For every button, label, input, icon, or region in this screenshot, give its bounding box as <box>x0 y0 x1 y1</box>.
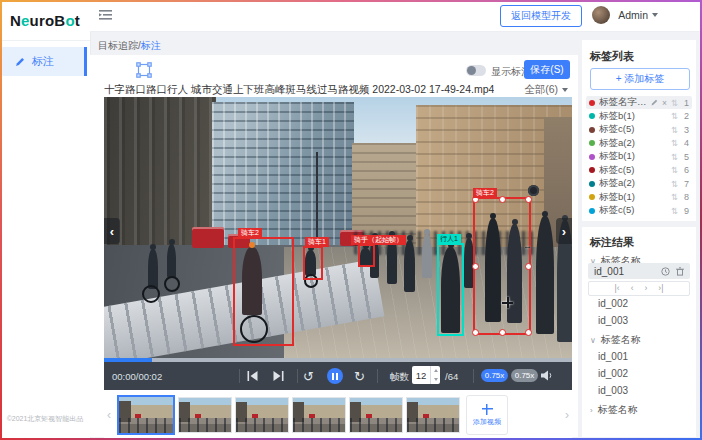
video-thumbnail[interactable] <box>292 397 346 433</box>
bbox-rider-2-selected[interactable] <box>473 197 531 335</box>
result-item[interactable]: id_002 <box>598 368 628 379</box>
tag-color-dot <box>589 208 595 214</box>
delete-icon[interactable]: × <box>662 98 667 108</box>
tag-row[interactable]: 标签b(1) ⇅ 5 <box>586 150 692 163</box>
tag-row[interactable]: 标签a(2) ⇅ 4 <box>586 137 692 150</box>
bbox-pedestrian-1[interactable] <box>437 243 464 336</box>
sort-icon[interactable]: ⇅ <box>671 192 678 202</box>
frame-number-input[interactable]: 12 <box>412 366 440 384</box>
resize-handle[interactable] <box>499 329 506 336</box>
sort-icon[interactable]: ⇅ <box>671 165 678 175</box>
scene-person <box>148 249 158 289</box>
sort-icon[interactable]: ⇅ <box>671 111 678 121</box>
bbox-rider-2[interactable] <box>233 237 294 346</box>
bbox-rider-startframe[interactable] <box>358 244 375 267</box>
result-item[interactable]: id_003 <box>598 385 628 396</box>
add-tag-button[interactable]: + 添加标签 <box>590 68 690 90</box>
filmstrip-next-icon[interactable]: › <box>562 408 572 422</box>
video-thumbnail[interactable] <box>178 397 232 433</box>
result-item[interactable]: id_001 <box>598 351 628 362</box>
last-frame-icon[interactable]: ›| <box>658 284 663 293</box>
video-title: 十字路口路口行人 城市交通上下班高峰斑马线过马路视频 2022-03-02 17… <box>104 83 494 97</box>
tag-row[interactable]: 标签c(5) ⇅ 9 <box>586 204 692 217</box>
first-frame-icon[interactable]: |‹ <box>615 284 620 293</box>
bbox-label[interactable]: 骑车2 <box>238 228 262 238</box>
volume-icon[interactable] <box>541 370 553 381</box>
tag-row[interactable]: 标签c(5) ⇅ 3 <box>586 123 692 136</box>
result-item[interactable]: id_002 <box>598 298 628 309</box>
control-bar: 00:00/00:02 ↺ ↻ 帧数 12 /64 0.75x 0.75x <box>104 362 572 390</box>
show-annotation-toggle[interactable] <box>466 65 486 76</box>
sort-icon[interactable]: ⇅ <box>671 206 678 216</box>
sidebar: NeuroBot 标注 ©2021北京矩视智能出品 <box>0 0 91 440</box>
frame-total: /64 <box>445 371 458 382</box>
video-thumbnail[interactable] <box>406 397 460 433</box>
avatar[interactable] <box>592 6 610 24</box>
filter-dropdown[interactable]: 全部(6) <box>524 83 568 97</box>
stepper-up-icon[interactable] <box>431 366 440 375</box>
video-thumbnail-selected[interactable] <box>117 395 175 435</box>
sort-icon[interactable]: ⇅ <box>671 152 678 162</box>
tag-name: 标签b(1) <box>599 110 667 123</box>
video-canvas[interactable]: 骑车2 骑车1 骑手（起始帧） 行人1 骑车2 ↔ ‹ › <box>104 97 572 358</box>
bbox-label[interactable]: 骑手（起始帧） <box>351 235 406 245</box>
tag-row[interactable]: 标签b(1) ⇅ 2 <box>586 110 692 123</box>
sort-icon[interactable]: ⇅ <box>671 138 678 148</box>
resize-handle[interactable] <box>525 196 532 203</box>
bbox-label[interactable]: 骑车2 <box>473 188 497 198</box>
tag-row[interactable]: 标签c(5) ⇅ 6 <box>586 164 692 177</box>
breadcrumb-parent[interactable]: 目标追踪 <box>98 40 138 51</box>
tag-row[interactable]: 标签b(1) ⇅ 8 <box>586 191 692 204</box>
video-thumbnail[interactable] <box>235 397 289 433</box>
result-item-selected[interactable]: id_001 <box>588 263 690 279</box>
next-video-chevron[interactable]: › <box>556 218 572 244</box>
prev-video-chevron[interactable]: ‹ <box>104 218 120 244</box>
trash-icon[interactable] <box>676 267 684 276</box>
result-group-header[interactable]: › 标签名称 <box>590 403 638 417</box>
back-to-model-dev-button[interactable]: 返回模型开发 <box>500 5 582 27</box>
resize-handle[interactable] <box>472 329 479 336</box>
sort-icon[interactable]: ⇅ <box>671 125 678 135</box>
edit-icon[interactable] <box>651 99 658 106</box>
next-frame-icon[interactable] <box>273 371 284 381</box>
tag-row[interactable]: 标签名字最长数... × ⇅ 1 <box>586 96 692 109</box>
bbox-label[interactable]: 行人1 <box>437 234 461 244</box>
forward-10-icon[interactable]: ↻ <box>354 369 365 384</box>
speed-pill-secondary[interactable]: 0.75x <box>511 369 538 382</box>
resize-handle[interactable] <box>525 263 532 270</box>
bbox-label[interactable]: 骑车1 <box>305 237 329 247</box>
result-item[interactable]: id_003 <box>598 315 628 326</box>
resize-handle[interactable] <box>499 196 506 203</box>
sidebar-item-annotate[interactable]: 标注 <box>0 47 87 76</box>
frame-number-value[interactable]: 12 <box>412 366 430 384</box>
filmstrip-prev-icon[interactable]: ‹ <box>104 408 114 422</box>
sort-icon[interactable]: ⇅ <box>671 179 678 189</box>
tag-row[interactable]: 标签a(2) ⇅ 7 <box>586 177 692 190</box>
next-frame-icon[interactable]: › <box>645 284 648 293</box>
prev-frame-icon[interactable] <box>247 371 258 381</box>
save-button[interactable]: 保存(S) <box>524 60 570 79</box>
user-menu[interactable]: Admin <box>618 9 658 21</box>
result-group-header[interactable]: ∨ 标签名称 <box>590 333 641 347</box>
bbox-tool-icon[interactable] <box>136 62 152 78</box>
pause-button[interactable] <box>327 368 343 384</box>
video-player: 骑车2 骑车1 骑手（起始帧） 行人1 骑车2 ↔ ‹ › <box>104 97 572 390</box>
collapse-menu-icon[interactable] <box>99 9 113 21</box>
tag-order: 9 <box>682 206 689 216</box>
bbox-rider-1[interactable] <box>303 246 323 280</box>
speed-pill-active[interactable]: 0.75x <box>481 369 508 382</box>
logo-part: t <box>75 12 80 29</box>
tag-order: 5 <box>682 152 689 162</box>
stepper-down-icon[interactable] <box>431 375 440 384</box>
add-video-button[interactable]: 添加视频 <box>466 395 508 435</box>
caret-right-icon: › <box>590 406 593 415</box>
resize-handle[interactable] <box>525 329 532 336</box>
rewind-10-icon[interactable]: ↺ <box>303 369 314 384</box>
video-thumbnail[interactable] <box>349 397 403 433</box>
resize-handle[interactable] <box>472 263 479 270</box>
plus-icon <box>482 404 493 415</box>
sort-icon[interactable]: ⇅ <box>671 98 678 108</box>
tag-order: 2 <box>682 111 689 121</box>
prev-frame-icon[interactable]: ‹ <box>631 284 634 293</box>
history-icon[interactable] <box>661 267 670 276</box>
